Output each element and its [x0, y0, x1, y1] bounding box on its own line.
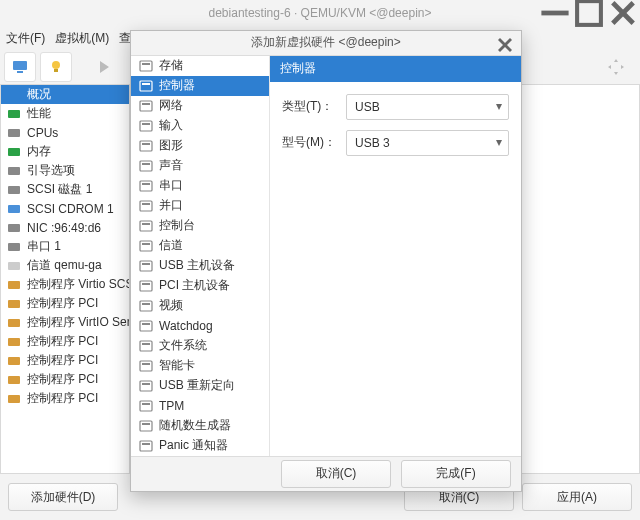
- svg-rect-35: [142, 123, 150, 125]
- category-item[interactable]: USB 重新定向: [131, 376, 269, 396]
- hardware-item-label: 串口 1: [27, 238, 61, 255]
- svg-rect-48: [140, 261, 152, 271]
- hardware-item[interactable]: 控制程序 PCI: [1, 370, 129, 389]
- hardware-item[interactable]: 控制程序 PCI: [1, 389, 129, 408]
- category-item-label: 控制器: [159, 77, 195, 94]
- hardware-item[interactable]: 概况: [1, 85, 129, 104]
- menu-vm[interactable]: 虚拟机(M): [55, 30, 109, 47]
- dialog-finish-button[interactable]: 完成(F): [401, 460, 511, 488]
- category-icon: [139, 359, 153, 373]
- category-item[interactable]: PCI 主机设备: [131, 276, 269, 296]
- details-view-button[interactable]: [40, 52, 72, 82]
- hardware-item[interactable]: CPUs: [1, 123, 129, 142]
- fullscreen-button[interactable]: [600, 52, 632, 82]
- hardware-item[interactable]: 控制程序 PCI: [1, 294, 129, 313]
- device-icon: [7, 145, 21, 159]
- category-item-label: 输入: [159, 117, 183, 134]
- svg-rect-61: [142, 383, 150, 385]
- category-item[interactable]: 串口: [131, 176, 269, 196]
- category-item-label: 视频: [159, 297, 183, 314]
- category-item-label: PCI 主机设备: [159, 277, 230, 294]
- svg-rect-47: [142, 243, 150, 245]
- svg-rect-37: [142, 143, 150, 145]
- category-item[interactable]: 并口: [131, 196, 269, 216]
- svg-rect-16: [8, 224, 20, 232]
- hardware-item[interactable]: 控制程序 PCI: [1, 351, 129, 370]
- hardware-item[interactable]: 控制程序 Virtio SCSI: [1, 275, 129, 294]
- hardware-item[interactable]: 性能: [1, 104, 129, 123]
- category-icon: [139, 279, 153, 293]
- device-icon: [7, 392, 21, 406]
- dialog-cancel-button[interactable]: 取消(C): [281, 460, 391, 488]
- hardware-item[interactable]: SCSI 磁盘 1: [1, 180, 129, 199]
- category-item-label: Panic 通知器: [159, 437, 228, 454]
- category-list[interactable]: 存储控制器网络输入图形声音串口并口控制台信道USB 主机设备PCI 主机设备视频…: [131, 56, 270, 456]
- category-item[interactable]: 输入: [131, 116, 269, 136]
- category-item[interactable]: 网络: [131, 96, 269, 116]
- type-value: USB: [355, 100, 380, 114]
- type-combobox[interactable]: USB ▾: [346, 94, 509, 120]
- category-item[interactable]: 智能卡: [131, 356, 269, 376]
- category-item-label: 控制台: [159, 217, 195, 234]
- hardware-item[interactable]: 信道 qemu-ga: [1, 256, 129, 275]
- category-item-label: USB 重新定向: [159, 377, 235, 394]
- device-icon: [7, 202, 21, 216]
- maximize-button[interactable]: [572, 0, 606, 26]
- hardware-item[interactable]: 控制程序 VirtIO Serial: [1, 313, 129, 332]
- dialog-close-button[interactable]: [495, 35, 515, 55]
- svg-rect-17: [8, 243, 20, 251]
- category-icon: [139, 259, 153, 273]
- menu-file[interactable]: 文件(F): [6, 30, 45, 47]
- category-item[interactable]: 声音: [131, 156, 269, 176]
- close-button[interactable]: [606, 0, 640, 26]
- svg-rect-30: [140, 81, 152, 91]
- svg-rect-67: [142, 443, 150, 445]
- category-item[interactable]: Panic 通知器: [131, 436, 269, 456]
- category-item-label: 信道: [159, 237, 183, 254]
- dialog-title: 添加新虚拟硬件 <@deepin>: [251, 34, 401, 51]
- category-item[interactable]: 存储: [131, 56, 269, 76]
- category-item[interactable]: 信道: [131, 236, 269, 256]
- type-label: 类型(T)：: [282, 98, 338, 115]
- device-icon: [7, 183, 21, 197]
- chevron-down-icon: ▾: [496, 99, 502, 113]
- hardware-item[interactable]: 串口 1: [1, 237, 129, 256]
- hardware-item[interactable]: NIC :96:49:d6: [1, 218, 129, 237]
- model-combobox[interactable]: USB 3 ▾: [346, 130, 509, 156]
- hardware-item[interactable]: SCSI CDROM 1: [1, 199, 129, 218]
- category-icon: [139, 339, 153, 353]
- svg-rect-55: [142, 323, 150, 325]
- category-item[interactable]: 随机数生成器: [131, 416, 269, 436]
- category-item[interactable]: USB 主机设备: [131, 256, 269, 276]
- category-icon: [139, 419, 153, 433]
- category-item[interactable]: 文件系统: [131, 336, 269, 356]
- hardware-item[interactable]: 内存: [1, 142, 129, 161]
- device-icon: [7, 107, 21, 121]
- hardware-list[interactable]: 概况性能CPUs内存引导选项SCSI 磁盘 1SCSI CDROM 1NIC :…: [0, 84, 129, 474]
- svg-rect-18: [8, 262, 20, 270]
- svg-rect-7: [54, 69, 58, 72]
- add-hardware-button[interactable]: 添加硬件(D): [8, 483, 118, 511]
- hardware-item[interactable]: 引导选项: [1, 161, 129, 180]
- category-item[interactable]: TPM: [131, 396, 269, 416]
- category-item[interactable]: 控制器: [131, 76, 269, 96]
- svg-rect-51: [142, 283, 150, 285]
- category-item[interactable]: 图形: [131, 136, 269, 156]
- category-icon: [139, 239, 153, 253]
- main-apply-button[interactable]: 应用(A): [522, 483, 632, 511]
- hardware-item[interactable]: 控制程序 PCI: [1, 332, 129, 351]
- category-item-label: 智能卡: [159, 357, 195, 374]
- run-button[interactable]: [88, 52, 120, 82]
- svg-rect-65: [142, 423, 150, 425]
- device-icon: [7, 373, 21, 387]
- device-icon: [7, 240, 21, 254]
- console-view-button[interactable]: [4, 52, 36, 82]
- hardware-item-label: NIC :96:49:d6: [27, 221, 101, 235]
- category-item[interactable]: Watchdog: [131, 316, 269, 336]
- category-item-label: 串口: [159, 177, 183, 194]
- category-item-label: TPM: [159, 399, 184, 413]
- minimize-button[interactable]: [538, 0, 572, 26]
- category-item[interactable]: 视频: [131, 296, 269, 316]
- svg-point-6: [52, 61, 60, 69]
- category-item[interactable]: 控制台: [131, 216, 269, 236]
